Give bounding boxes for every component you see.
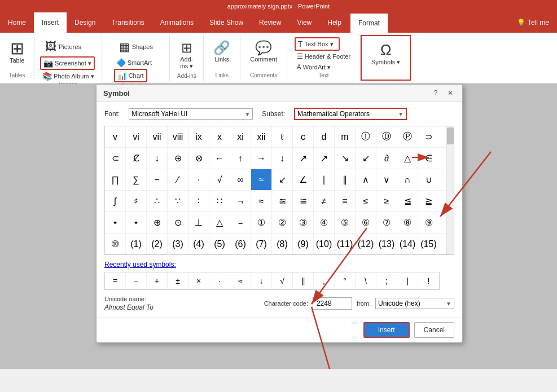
cancel-button[interactable]: Cancel <box>414 322 454 338</box>
screenshot-button[interactable]: 📷 Screenshot ▾ <box>40 56 95 70</box>
symbol-cell[interactable]: · <box>188 169 209 190</box>
dialog-close-button[interactable]: ✕ <box>445 88 455 98</box>
photo-album-button[interactable]: 📚 Photo Album ▾ <box>40 71 96 82</box>
symbol-cell[interactable]: (4) <box>188 234 209 254</box>
symbol-cell[interactable]: (5) <box>209 234 230 254</box>
tab-transitions[interactable]: Transitions <box>103 12 152 33</box>
symbol-cell[interactable]: (13) <box>376 234 397 254</box>
pictures-button[interactable]: 🖼 Pictures <box>40 37 96 56</box>
table-button[interactable]: ⊞ Table <box>5 37 29 67</box>
tab-review[interactable]: Review <box>251 12 289 33</box>
tab-animations[interactable]: Animations <box>152 12 201 33</box>
symbols-button[interactable]: Ω Symbols ▾ <box>366 38 405 69</box>
recently-cell[interactable]: ≈ <box>230 272 251 289</box>
symbol-cell[interactable]: (14) <box>397 234 418 254</box>
recently-cell[interactable]: − <box>126 272 147 289</box>
recently-cell[interactable]: ! <box>418 272 439 289</box>
symbol-cell[interactable]: (2) <box>147 234 168 254</box>
symbol-cell[interactable]: (7) <box>251 234 272 254</box>
symbol-cell[interactable]: ∪ <box>418 169 439 190</box>
symbol-cell[interactable]: ∴ <box>147 191 168 212</box>
recently-cell[interactable]: · <box>209 272 230 289</box>
symbol-cell[interactable]: m <box>335 126 356 147</box>
symbol-cell[interactable]: (3) <box>168 234 188 254</box>
char-code-input[interactable] <box>313 297 352 310</box>
symbol-cell[interactable]: ∠ <box>293 169 314 190</box>
symbol-cell[interactable]: ① <box>251 212 272 233</box>
symbol-cell[interactable]: (1) <box>126 234 147 254</box>
links-button[interactable]: 🔗 Links <box>208 37 235 65</box>
symbol-cell[interactable]: ⊛ <box>188 148 209 169</box>
from-select[interactable]: Unicode (hex) ▼ <box>375 298 454 309</box>
symbol-cell[interactable]: (12) <box>356 234 376 254</box>
recently-cell[interactable]: , <box>314 272 335 289</box>
addins-button[interactable]: ⊞ Add-ins ▾ <box>175 37 198 73</box>
tab-insert[interactable]: Insert <box>34 12 67 33</box>
symbol-cell[interactable]: ∫ <box>105 191 126 212</box>
symbol-cell[interactable]: ∨ <box>376 169 397 190</box>
symbol-cell[interactable]: ∣ <box>314 169 335 190</box>
symbol-cell[interactable]: ≡ <box>335 191 356 212</box>
symbol-cell[interactable]: Ⓟ <box>397 126 418 147</box>
symbol-cell[interactable]: (6) <box>230 234 251 254</box>
symbol-cell[interactable]: ♯ <box>126 191 147 212</box>
smartart-button[interactable]: 🔷 SmartArt <box>114 57 154 68</box>
symbol-cell[interactable]: d <box>314 126 335 147</box>
symbol-scrollbar[interactable] <box>446 126 454 255</box>
symbol-cell[interactable]: △ <box>209 212 230 233</box>
symbol-cell[interactable]: ≊ <box>272 191 293 212</box>
symbol-cell[interactable]: ℓ <box>272 126 293 147</box>
symbol-cell[interactable]: ∧ <box>356 169 376 190</box>
symbol-cell[interactable]: (11) <box>335 234 356 254</box>
symbol-cell[interactable]: ∕ <box>168 169 188 190</box>
symbol-cell[interactable]: ≈ <box>251 191 272 212</box>
symbol-cell[interactable]: ∏ <box>105 169 126 190</box>
symbol-cell[interactable]: ∑ <box>126 169 147 190</box>
symbol-cell[interactable]: ≌ <box>293 191 314 212</box>
recently-cell[interactable]: + <box>147 272 168 289</box>
symbol-cell[interactable]: √ <box>209 169 230 190</box>
symbol-cell[interactable]: ⊂ <box>105 148 126 169</box>
symbol-cell[interactable]: v <box>105 126 126 147</box>
symbol-cell[interactable]: ⋆ <box>105 212 126 233</box>
symbol-cell[interactable]: (15) <box>418 234 439 254</box>
symbol-cell[interactable]: △ <box>397 148 418 169</box>
symbol-cell[interactable]: ∥ <box>335 169 356 190</box>
symbol-cell[interactable]: ⊙ <box>168 212 188 233</box>
subset-select[interactable]: Mathematical Operators ▼ <box>294 108 407 120</box>
recently-cell[interactable]: ; <box>376 272 397 289</box>
symbol-cell[interactable]: ≤ <box>356 191 376 212</box>
symbol-cell[interactable]: − <box>147 169 168 190</box>
shapes-button[interactable]: ▦ Shapes <box>114 37 158 56</box>
symbol-cell[interactable]: ⊕ <box>147 212 168 233</box>
symbol-cell[interactable]: (9) <box>293 234 314 254</box>
symbol-cell[interactable]: Ⓘ <box>356 126 376 147</box>
comment-button[interactable]: 💬 Comment <box>245 37 282 65</box>
tab-view[interactable]: View <box>289 12 319 33</box>
symbol-cell[interactable]: ⑤ <box>335 212 356 233</box>
symbol-cell[interactable]: ↓ <box>272 148 293 169</box>
symbol-cell[interactable]: c <box>293 126 314 147</box>
recently-cell[interactable]: ° <box>335 272 356 289</box>
symbol-cell[interactable]: xii <box>251 126 272 147</box>
tell-me-button[interactable]: 💡 Tell me <box>509 12 557 33</box>
recently-cell[interactable]: ± <box>168 272 188 289</box>
tab-format[interactable]: Format <box>349 12 389 33</box>
chart-button[interactable]: 📊 Chart <box>114 69 147 82</box>
symbol-cell[interactable]: viii <box>168 126 188 147</box>
symbol-cell[interactable]: ⑥ <box>356 212 376 233</box>
symbol-cell[interactable]: ↓ <box>147 148 168 169</box>
symbol-cell[interactable]: ⋆ <box>126 212 147 233</box>
symbol-cell[interactable]: ∞ <box>230 169 251 190</box>
wordart-button[interactable]: A WordArt ▾ <box>295 62 353 72</box>
symbol-cell[interactable]: ∩ <box>397 169 418 190</box>
symbol-cell[interactable]: ⊕ <box>168 148 188 169</box>
symbol-cell[interactable]: ⊃ <box>418 126 439 147</box>
symbol-cell[interactable]: ¬ <box>230 191 251 212</box>
symbol-cell[interactable]: xi <box>230 126 251 147</box>
recently-cell[interactable]: \ <box>356 272 376 289</box>
symbol-cell[interactable]: ⑩ <box>105 234 126 254</box>
symbol-cell[interactable]: ↗ <box>293 148 314 169</box>
symbol-cell[interactable]: ⑧ <box>397 212 418 233</box>
insert-button[interactable]: Insert <box>363 322 410 338</box>
